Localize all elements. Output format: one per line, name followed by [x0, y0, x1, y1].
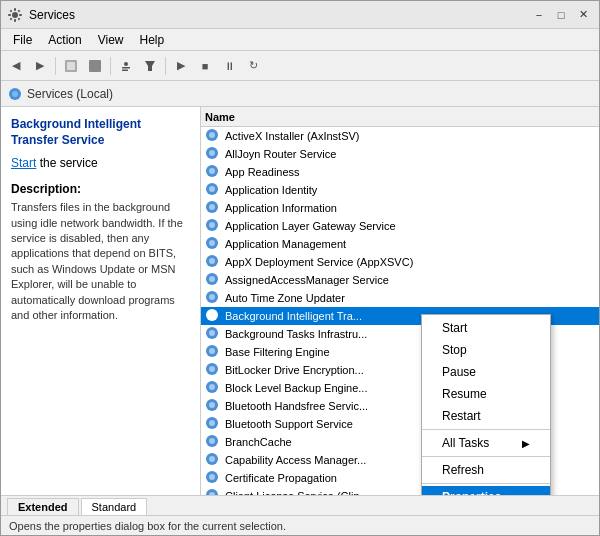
submenu-arrow-icon: ▶ — [522, 438, 530, 449]
service-icon — [205, 200, 221, 216]
menu-help[interactable]: Help — [132, 31, 173, 49]
context-menu-item[interactable]: All Tasks▶ — [422, 432, 550, 454]
tab-standard[interactable]: Standard — [81, 498, 148, 515]
service-icon — [205, 254, 221, 270]
list-item[interactable]: ActiveX Installer (AxInstSV) — [201, 127, 599, 145]
context-menu-item[interactable]: Stop — [422, 339, 550, 361]
svg-point-23 — [209, 168, 215, 174]
service-name: Certificate Propagation — [225, 472, 337, 484]
context-menu-separator — [422, 483, 550, 484]
tab-extended[interactable]: Extended — [7, 498, 79, 515]
address-text: Services (Local) — [27, 87, 113, 101]
main-content: Background Intelligent Transfer Service … — [1, 107, 599, 495]
svg-point-53 — [209, 438, 215, 444]
services-window: Services − □ ✕ File Action View Help ◀ ▶ — [0, 0, 600, 536]
svg-point-35 — [209, 276, 215, 282]
status-text: Opens the properties dialog box for the … — [9, 520, 286, 532]
service-name: Capability Access Manager... — [225, 454, 366, 466]
service-icon — [205, 470, 221, 486]
menu-action[interactable]: Action — [40, 31, 89, 49]
svg-point-17 — [12, 91, 18, 97]
start-suffix: the service — [36, 156, 97, 170]
service-icon — [205, 272, 221, 288]
service-name: Application Information — [225, 202, 337, 214]
service-icon — [205, 488, 221, 495]
list-item[interactable]: App Readiness — [201, 163, 599, 181]
restore-button[interactable]: □ — [551, 5, 571, 25]
svg-point-21 — [209, 150, 215, 156]
close-button[interactable]: ✕ — [573, 5, 593, 25]
svg-point-57 — [209, 474, 215, 480]
service-icon — [205, 218, 221, 234]
title-bar-left: Services — [7, 7, 75, 23]
service-title: Background Intelligent Transfer Service — [11, 117, 190, 148]
toolbar-sep-2 — [110, 57, 111, 75]
service-name: Background Tasks Infrastru... — [225, 328, 367, 340]
context-menu-item[interactable]: Refresh — [422, 459, 550, 481]
svg-point-27 — [209, 204, 215, 210]
service-name: AllJoyn Router Service — [225, 148, 336, 160]
svg-rect-3 — [8, 14, 11, 16]
menu-view[interactable]: View — [90, 31, 132, 49]
bottom-panel: ExtendedStandard Opens the properties di… — [1, 495, 599, 535]
svg-rect-8 — [18, 17, 21, 20]
name-column-header[interactable]: Name — [205, 111, 235, 123]
list-item[interactable]: Application Management — [201, 235, 599, 253]
up2-button[interactable] — [84, 55, 106, 77]
service-name: BitLocker Drive Encryption... — [225, 364, 364, 376]
play-button[interactable]: ▶ — [170, 55, 192, 77]
list-item[interactable]: Application Layer Gateway Service — [201, 217, 599, 235]
list-item[interactable]: AssignedAccessManager Service — [201, 271, 599, 289]
service-name: Base Filtering Engine — [225, 346, 330, 358]
forward-button[interactable]: ▶ — [29, 55, 51, 77]
list-item[interactable]: Auto Time Zone Updater — [201, 289, 599, 307]
service-name: AppX Deployment Service (AppXSVC) — [225, 256, 413, 268]
context-menu-separator — [422, 429, 550, 430]
restart-button[interactable]: ↻ — [242, 55, 264, 77]
service-icon — [205, 452, 221, 468]
right-panel: Name ActiveX Installer (AxInstSV) AllJoy… — [201, 107, 599, 495]
start-service-link[interactable]: Start — [11, 156, 36, 170]
context-menu-item[interactable]: Properties — [422, 486, 550, 495]
svg-rect-14 — [122, 69, 128, 71]
service-icon — [205, 434, 221, 450]
context-menu-item[interactable]: Resume — [422, 383, 550, 405]
svg-point-29 — [209, 222, 215, 228]
pause-button[interactable]: ⏸ — [218, 55, 240, 77]
list-item[interactable]: Application Information — [201, 199, 599, 217]
menu-file[interactable]: File — [5, 31, 40, 49]
service-name: Background Intelligent Tra... — [225, 310, 362, 322]
svg-rect-6 — [18, 9, 21, 12]
list-item[interactable]: AppX Deployment Service (AppXSVC) — [201, 253, 599, 271]
toolbar: ◀ ▶ ▶ ■ ⏸ ↻ — [1, 51, 599, 81]
list-item[interactable]: AllJoyn Router Service — [201, 145, 599, 163]
context-menu-item[interactable]: Start — [422, 317, 550, 339]
svg-rect-5 — [10, 9, 13, 12]
status-bar: Opens the properties dialog box for the … — [1, 515, 599, 535]
up-button[interactable] — [60, 55, 82, 77]
list-item[interactable]: Application Identity — [201, 181, 599, 199]
service-icon — [205, 398, 221, 414]
filter-button[interactable] — [139, 55, 161, 77]
service-name: Application Management — [225, 238, 346, 250]
window-title: Services — [29, 8, 75, 22]
service-name: AssignedAccessManager Service — [225, 274, 389, 286]
service-name: Client License Service (Clip... — [225, 490, 369, 495]
toolbar-sep-1 — [55, 57, 56, 75]
minimize-button[interactable]: − — [529, 5, 549, 25]
stop-button[interactable]: ■ — [194, 55, 216, 77]
back-button[interactable]: ◀ — [5, 55, 27, 77]
svg-point-55 — [209, 456, 215, 462]
context-menu: StartStopPauseResumeRestartAll Tasks▶Ref… — [421, 314, 551, 495]
context-menu-item[interactable]: Restart — [422, 405, 550, 427]
properties-button[interactable] — [115, 55, 137, 77]
service-icon — [205, 164, 221, 180]
service-name: ActiveX Installer (AxInstSV) — [225, 130, 360, 142]
svg-point-41 — [209, 330, 215, 336]
context-menu-item[interactable]: Pause — [422, 361, 550, 383]
service-icon — [205, 146, 221, 162]
service-icon — [205, 236, 221, 252]
service-icon — [205, 326, 221, 342]
list-header: Name — [201, 107, 599, 127]
service-name: Bluetooth Support Service — [225, 418, 353, 430]
